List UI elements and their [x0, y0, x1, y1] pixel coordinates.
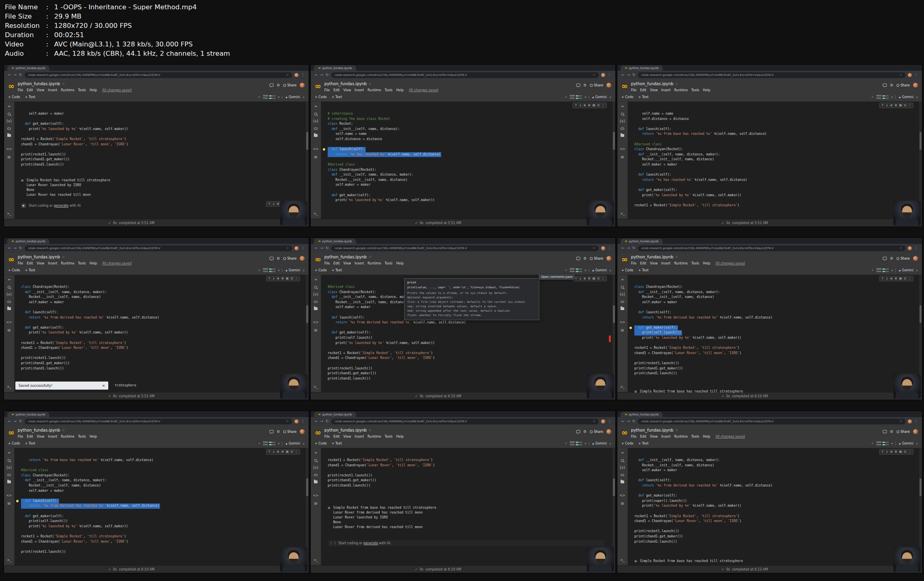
code-line[interactable]: print(rocket1.launch()) — [634, 529, 680, 534]
variables-icon[interactable]: {x} — [313, 466, 319, 470]
comment-icon[interactable] — [576, 257, 580, 260]
code-line[interactable] — [21, 336, 24, 341]
table-of-contents-icon[interactable]: ≡ — [621, 278, 624, 281]
browser-avatar[interactable] — [295, 73, 299, 77]
browser-tab[interactable]: ∞ python_fundas.ipynb — [314, 412, 356, 417]
code-line[interactable]: #derived class — [328, 285, 356, 290]
scrollbar-thumb[interactable] — [920, 305, 922, 323]
code-line[interactable]: print('%s launched by %s' %(self.name, s… — [634, 336, 742, 341]
settings-gear-icon[interactable]: ⚙ — [890, 430, 893, 434]
collapse-toolbar-icon[interactable]: ∧ — [916, 442, 918, 445]
browser-menu-icon[interactable]: ⋮ — [608, 73, 611, 77]
table-of-contents-icon[interactable]: ≡ — [8, 451, 11, 455]
code-snippets-icon[interactable]: <> — [6, 321, 12, 324]
address-bar[interactable]: colab.research.google.com/drive/15Kj-4XK… — [25, 245, 292, 251]
code-line[interactable]: def get_maker(self): — [634, 493, 678, 499]
menu-item-insert[interactable]: Insert — [355, 262, 364, 265]
add-text-button[interactable]: + Text — [332, 442, 342, 445]
menu-item-edit[interactable]: Edit — [640, 262, 646, 265]
gemini-button[interactable]: ◆Gemini — [895, 442, 913, 445]
code-line[interactable]: rocket1 = Rocket('Simple Rocket', 'till … — [328, 458, 434, 463]
browser-avatar[interactable] — [295, 419, 299, 424]
menu-item-edit[interactable]: Edit — [640, 88, 646, 92]
code-line[interactable]: print(rocket1.launch()) — [21, 550, 67, 555]
code-line[interactable]: print(rocket1.launch()) — [21, 152, 67, 157]
table-of-contents-icon[interactable]: ≡ — [8, 105, 11, 108]
search-icon[interactable] — [8, 286, 11, 289]
secrets-key-icon[interactable] — [621, 474, 624, 476]
command-palette-icon[interactable]: ▤ — [8, 502, 11, 505]
code-line[interactable]: print('%s launched by %s' %(self.name, s… — [21, 127, 129, 132]
menu-item-file[interactable]: File — [631, 88, 636, 92]
code-line[interactable]: def get_maker(self): — [21, 514, 65, 519]
menu-item-edit[interactable]: Edit — [333, 435, 340, 438]
gemini-button[interactable]: ◆Gemini — [282, 442, 300, 445]
table-of-contents-icon[interactable]: ≡ — [314, 278, 317, 281]
menu-item-tools[interactable]: Tools — [78, 88, 86, 92]
add-text-button[interactable]: + Text — [638, 442, 648, 445]
secrets-key-icon[interactable] — [621, 301, 624, 303]
browser-avatar[interactable] — [601, 73, 605, 77]
menu-item-help[interactable]: Help — [396, 88, 404, 92]
code-line[interactable]: print(rocket1.launch()) — [634, 361, 680, 366]
account-avatar[interactable] — [300, 429, 305, 434]
secrets-key-icon[interactable] — [314, 301, 318, 303]
add-text-button[interactable]: + Text — [638, 268, 648, 272]
address-bar[interactable]: colab.research.google.com/drive/15Kj-4XK… — [331, 245, 599, 251]
settings-gear-icon[interactable]: ⚙ — [583, 84, 587, 87]
code-line[interactable]: def __init__(self, name, distance, maker… — [634, 458, 721, 463]
browser-tab[interactable]: ∞ python_fundas.ipynb — [314, 65, 356, 71]
code-line[interactable] — [21, 544, 24, 550]
menu-item-file[interactable]: File — [18, 88, 23, 92]
code-line[interactable]: def __init__(self, name, distance, maker… — [634, 290, 721, 295]
code-line[interactable]: self.distance = distance — [328, 137, 383, 142]
back-icon[interactable]: ← — [8, 246, 11, 250]
back-icon[interactable]: ← — [315, 73, 318, 77]
browser-tab[interactable]: ∞ python_fundas.ipynb — [7, 239, 49, 244]
gemini-button[interactable]: ◆Gemini — [282, 95, 300, 99]
variables-icon[interactable]: {x} — [313, 293, 319, 296]
code-line[interactable] — [328, 346, 331, 351]
reload-icon[interactable]: ↻ — [632, 246, 636, 250]
forward-icon[interactable]: → — [627, 419, 630, 423]
reload-icon[interactable]: ↻ — [326, 246, 329, 250]
copy-link-icon[interactable]: ⊕ — [890, 450, 892, 453]
code-line[interactable]: def launch(self): — [634, 172, 672, 178]
colab-logo[interactable]: ∞ — [621, 254, 628, 265]
code-line[interactable]: print(chand1.get_maker()) — [328, 371, 377, 376]
add-text-button[interactable]: + Text — [25, 95, 35, 99]
mirror-cell-icon[interactable]: ▤ — [593, 277, 596, 280]
menu-item-file[interactable]: File — [18, 435, 23, 438]
address-bar[interactable]: colab.research.google.com/drive/15Kj-4XK… — [331, 419, 599, 424]
notebook-title[interactable]: python_fundas.ipynb — [324, 428, 367, 432]
add-code-button[interactable]: + Code — [315, 442, 327, 445]
more-actions-icon[interactable]: ⋮ — [908, 450, 911, 453]
add-code-button[interactable]: + Code — [8, 268, 20, 272]
code-snippets-icon[interactable]: <> — [620, 494, 625, 497]
reload-icon[interactable]: ↻ — [326, 419, 329, 423]
star-icon[interactable]: ☆ — [369, 428, 372, 432]
reload-icon[interactable]: ↻ — [19, 246, 22, 250]
colab-logo[interactable]: ∞ — [621, 427, 628, 438]
search-icon[interactable] — [621, 113, 624, 115]
forward-icon[interactable]: → — [14, 73, 17, 77]
delete-cell-icon[interactable]: ⊡ — [904, 277, 906, 280]
bookmark-star-icon[interactable]: ☆ — [899, 419, 902, 423]
code-line[interactable]: self.name = name — [634, 111, 674, 117]
code-line[interactable]: print(chand1.get_maker()) — [21, 157, 70, 162]
more-actions-icon[interactable]: ⋮ — [908, 104, 911, 107]
search-icon[interactable] — [8, 113, 11, 115]
code-line[interactable]: chand1 = Chandrayan('Lunar Rover', 'till… — [21, 142, 129, 147]
terminal-icon[interactable]: >_ — [314, 386, 318, 389]
ram-disk-indicator[interactable]: RAM Disk — [876, 95, 889, 100]
command-palette-icon[interactable]: ▤ — [621, 155, 624, 159]
resources-dropdown-icon[interactable]: ▾ — [278, 96, 280, 99]
collapse-toolbar-icon[interactable]: ∧ — [303, 442, 305, 445]
code-snippets-icon[interactable]: <> — [6, 148, 12, 151]
code-line[interactable]: def get_maker(self): — [21, 325, 65, 331]
comment-icon[interactable] — [576, 430, 580, 433]
notebook-title[interactable]: python_fundas.ipynb — [18, 428, 60, 432]
code-line[interactable]: print(chand1.launch()) — [634, 371, 678, 376]
cell-settings-gear-icon[interactable]: ⚙ — [281, 450, 284, 453]
cell-settings-gear-icon[interactable]: ⚙ — [895, 104, 897, 107]
